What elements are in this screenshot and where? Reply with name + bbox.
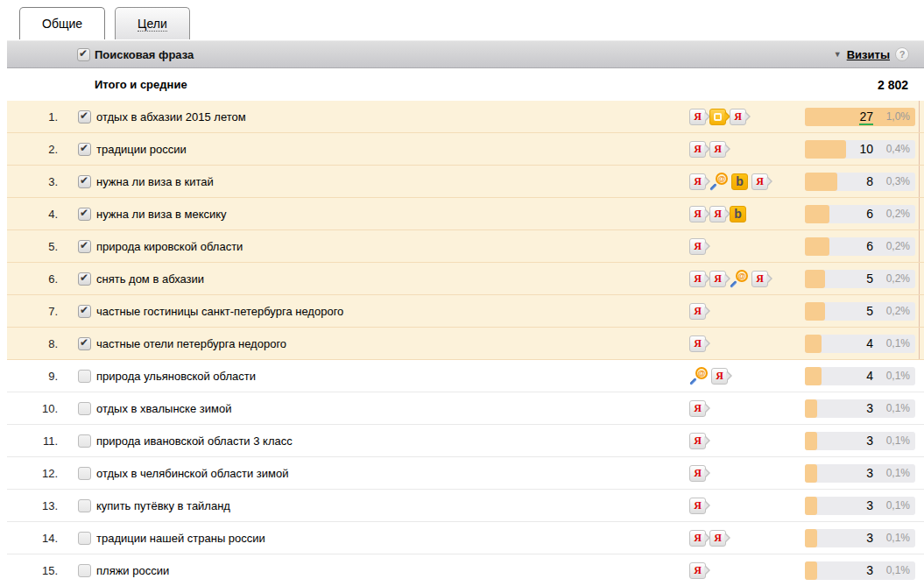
visits-value[interactable]: 3 (805, 498, 873, 512)
search-phrase: отдых в хвалынске зимой (96, 402, 689, 415)
visits-value[interactable]: 6 (805, 207, 873, 221)
table-header: Поисковая фраза ▼ Визиты ? (7, 40, 924, 68)
mailru-search-icon[interactable]: @ (730, 270, 748, 287)
yandex-icon[interactable]: Я (689, 271, 706, 287)
search-phrase: отдых в челябинской области зимой (96, 467, 689, 480)
search-phrase: нужна ли виза в китай (96, 175, 689, 188)
row-checkbox[interactable] (78, 175, 91, 188)
visits-value[interactable]: 10 (805, 142, 873, 156)
yandex-icon[interactable]: Я (709, 271, 726, 287)
search-phrase: природа ульяновской области (96, 370, 689, 383)
visits-bar: 4 0,1% (805, 335, 915, 353)
magnifier-handle (709, 183, 716, 190)
search-phrase: снять дом в абхазии (96, 272, 689, 286)
help-icon[interactable]: ? (895, 47, 909, 61)
row-checkbox[interactable] (78, 564, 91, 577)
visits-value[interactable]: 3 (805, 401, 873, 415)
table-row: 8. частные отели петербурга недорого Я 4… (7, 328, 924, 360)
visits-value[interactable]: 4 (805, 336, 873, 350)
row-checkbox[interactable] (78, 305, 91, 318)
yandex-icon[interactable]: Я (689, 465, 706, 482)
visits-value[interactable]: 3 (805, 434, 873, 448)
yandex-icon[interactable]: Я (689, 206, 706, 222)
mailru-search-icon[interactable]: @ (689, 367, 708, 385)
bing-icon[interactable]: b (730, 206, 746, 222)
yandex-icon[interactable]: Я (689, 433, 706, 449)
visits-percent: 0,1% (873, 564, 915, 576)
visits-percent: 0,2% (873, 208, 915, 220)
row-number: 1. (7, 110, 58, 124)
tab-goals-label: Цели (138, 17, 167, 32)
visits-value[interactable]: 4 (805, 369, 873, 383)
row-checkbox[interactable] (78, 532, 91, 545)
search-engine-icons: ЯЯ@Я (689, 270, 805, 287)
yandex-icon[interactable]: Я (689, 173, 706, 190)
row-checkbox[interactable] (78, 434, 91, 448)
yandex-icon[interactable]: Я (689, 498, 706, 514)
visits-value[interactable]: 3 (805, 466, 873, 480)
yandex-icon[interactable]: Я (709, 206, 726, 222)
visits-value[interactable]: 5 (805, 272, 873, 286)
row-checkbox[interactable] (78, 110, 91, 124)
table-row: 4. нужна ли виза в мексику ЯЯb 6 0,2% (7, 198, 924, 230)
yandex-icon[interactable]: Я (689, 303, 706, 320)
search-engine-icons: Я (689, 498, 805, 514)
row-checkbox[interactable] (78, 143, 91, 156)
row-checkbox[interactable] (78, 272, 91, 286)
row-checkbox[interactable] (78, 337, 91, 350)
yandex-icon[interactable]: Я (689, 400, 706, 417)
visits-percent: 0,1% (873, 337, 915, 349)
tab-general[interactable]: Общие (19, 7, 105, 39)
yandex-icon[interactable]: Я (689, 238, 706, 255)
visits-percent: 0,1% (873, 370, 915, 382)
mailru-search-icon[interactable]: @ (709, 173, 728, 190)
row-checkbox[interactable] (78, 240, 91, 253)
visits-value[interactable]: 3 (805, 563, 873, 577)
report-page: Общие Цели Поисковая фраза ▼ Визиты ? Ит… (0, 0, 924, 586)
visits-column-header: ▼ Визиты ? (834, 47, 909, 61)
select-all-checkbox[interactable] (77, 48, 90, 61)
yandex-icon[interactable]: Я (751, 173, 768, 190)
visits-sort-link[interactable]: Визиты (847, 48, 890, 61)
yandex-icon[interactable]: Я (689, 530, 706, 547)
row-number: 12. (7, 467, 58, 480)
row-number: 4. (7, 208, 58, 221)
yandex-icon[interactable]: Я (709, 530, 726, 547)
yandex-icon[interactable]: Я (689, 335, 706, 352)
visits-percent: 0,1% (873, 499, 915, 512)
visits-bar: 3 0,1% (805, 497, 915, 515)
tab-goals[interactable]: Цели (115, 7, 190, 39)
search-engine-icons: Я (689, 238, 805, 255)
yandex-icon[interactable]: Я (751, 271, 768, 287)
row-checkbox[interactable] (78, 208, 91, 221)
visits-bar: 5 0,2% (805, 270, 915, 288)
yandex-icon[interactable]: Я (689, 109, 706, 125)
visits-bar: 3 0,1% (805, 399, 915, 418)
search-phrase: частные гостиницы санкт-петербурга недор… (96, 305, 689, 318)
visits-bar: 3 0,1% (805, 432, 915, 450)
visits-value[interactable]: 5 (805, 304, 873, 318)
yandex-icon[interactable]: Я (689, 141, 706, 158)
visits-percent: 0,2% (873, 305, 915, 317)
search-engine-icons: @Я (689, 367, 805, 385)
search-phrase: отдых в абхазии 2015 летом (96, 110, 689, 124)
yandex-icon[interactable]: Я (711, 368, 728, 385)
row-checkbox[interactable] (78, 370, 91, 383)
search-engine-icons: Я (689, 335, 805, 352)
visits-value[interactable]: 27 (805, 109, 873, 124)
bing-icon[interactable]: b (731, 173, 748, 190)
search-engine-icons: Я (689, 465, 805, 482)
tab-bar: Общие Цели (19, 7, 190, 39)
search-phrase: традиции нашей страны россии (96, 532, 689, 545)
visits-value[interactable]: 3 (805, 531, 873, 545)
visits-value[interactable]: 6 (805, 239, 873, 253)
yandex-icon[interactable]: Я (709, 141, 726, 158)
yellow-square-icon[interactable] (709, 109, 726, 125)
yandex-icon[interactable]: Я (689, 562, 706, 579)
row-checkbox[interactable] (78, 499, 91, 512)
yandex-icon[interactable]: Я (730, 109, 746, 125)
row-checkbox[interactable] (78, 467, 91, 480)
row-checkbox[interactable] (78, 402, 91, 415)
row-number: 15. (7, 564, 58, 577)
visits-value[interactable]: 8 (805, 174, 873, 188)
